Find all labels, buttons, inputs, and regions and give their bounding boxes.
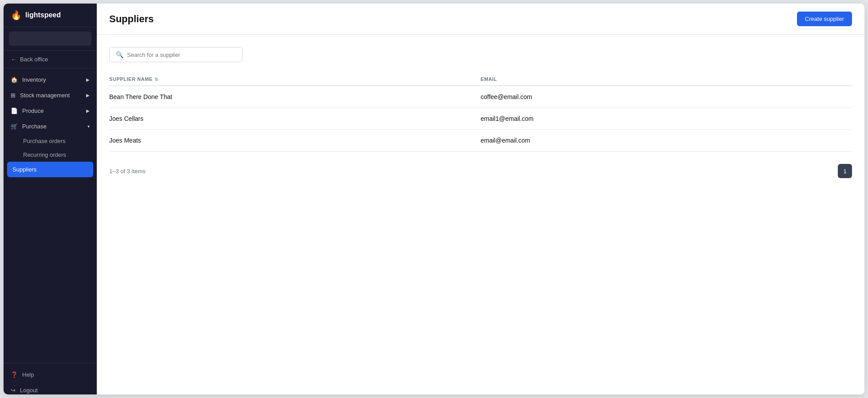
chevron-right-icon: ▶ — [86, 108, 90, 113]
app-inner: 🔥 lightspeed ← Back office 🏠 Inventory ▶ — [4, 4, 864, 394]
sidebar-search-area — [4, 27, 97, 51]
sidebar-item-produce[interactable]: 📄 Produce ▶ — [4, 103, 97, 119]
table-header: SUPPLIER NAME ⇅ EMAIL — [109, 76, 852, 86]
chevron-right-icon: ▶ — [86, 77, 90, 82]
sidebar-item-suppliers[interactable]: Suppliers — [7, 162, 93, 177]
table-footer: 1–3 of 3 items 1 — [109, 160, 852, 178]
sidebar-item-purchase[interactable]: 🛒 Purchase ▾ — [4, 119, 97, 134]
sidebar-item-label: Produce — [22, 107, 44, 114]
logout-label: Logout — [20, 387, 38, 394]
sidebar-item-inventory[interactable]: 🏠 Inventory ▶ — [4, 72, 97, 88]
main-header: Suppliers Create supplier — [97, 4, 864, 35]
items-count: 1–3 of 3 items — [109, 168, 146, 175]
cart-icon: 🛒 — [11, 123, 18, 130]
document-icon: 📄 — [11, 107, 18, 114]
sidebar-item-label: Purchase — [22, 123, 47, 130]
search-input[interactable] — [127, 52, 236, 58]
sidebar-item-recurring-orders[interactable]: Recurring orders — [4, 148, 97, 162]
chevron-down-icon: ▾ — [87, 124, 90, 129]
logo-icon: 🔥 — [11, 10, 22, 20]
help-label: Help — [22, 371, 34, 378]
table-row[interactable]: Joes Meats email@email.com — [109, 130, 852, 151]
back-office-label: Back office — [20, 56, 48, 63]
logout-button[interactable]: ↪ Logout — [4, 382, 97, 394]
col-supplier-name: SUPPLIER NAME ⇅ — [109, 76, 481, 82]
supplier-email-cell: email@email.com — [481, 137, 852, 144]
page-title: Suppliers — [109, 13, 154, 25]
search-icon: 🔍 — [116, 51, 123, 58]
search-bar[interactable]: 🔍 — [109, 47, 242, 62]
main-panel: Suppliers Create supplier 🔍 SUPPLIER NAM… — [97, 4, 864, 394]
sidebar-item-label: Stock management — [20, 92, 70, 99]
sidebar-item-purchase-orders[interactable]: Purchase orders — [4, 134, 97, 148]
supplier-email-cell: coffee@email.com — [481, 93, 852, 100]
supplier-name-cell: Joes Cellars — [109, 115, 481, 122]
circle-question-icon: ❓ — [11, 371, 18, 378]
supplier-name-cell: Bean There Done That — [109, 93, 481, 100]
sidebar: 🔥 lightspeed ← Back office 🏠 Inventory ▶ — [4, 4, 97, 394]
suppliers-label: Suppliers — [12, 166, 36, 173]
purchase-orders-label: Purchase orders — [23, 138, 65, 144]
app-wrapper: 🔥 lightspeed ← Back office 🏠 Inventory ▶ — [0, 0, 868, 398]
table-row[interactable]: Joes Cellars email1@email.com — [109, 108, 852, 130]
sidebar-footer: ❓ Help ↪ Logout — [4, 363, 97, 394]
back-office-button[interactable]: ← Back office — [4, 51, 97, 68]
help-button[interactable]: ❓ Help — [4, 367, 97, 382]
logo[interactable]: 🔥 lightspeed — [4, 4, 97, 27]
supplier-name-cell: Joes Meats — [109, 137, 481, 144]
home-icon: 🏠 — [11, 76, 18, 83]
sidebar-nav: 🏠 Inventory ▶ ⊞ Stock management ▶ 📄 Pro… — [4, 68, 97, 363]
recurring-orders-label: Recurring orders — [23, 151, 66, 158]
sort-icon[interactable]: ⇅ — [155, 77, 159, 82]
supplier-email-cell: email1@email.com — [481, 115, 852, 122]
main-content: 🔍 SUPPLIER NAME ⇅ EMAIL — [97, 35, 864, 394]
page-1-button[interactable]: 1 — [838, 164, 852, 178]
col-email: EMAIL — [481, 76, 852, 82]
sidebar-search-box — [9, 32, 91, 46]
table-row[interactable]: Bean There Done That coffee@email.com — [109, 86, 852, 108]
grid-icon: ⊞ — [11, 92, 16, 99]
sidebar-item-stock-management[interactable]: ⊞ Stock management ▶ — [4, 88, 97, 103]
suppliers-table: SUPPLIER NAME ⇅ EMAIL Bean There Done Th… — [109, 76, 852, 178]
chevron-right-icon: ▶ — [86, 93, 90, 98]
sidebar-item-label: Inventory — [22, 76, 46, 83]
back-arrow-icon: ← — [11, 56, 16, 63]
create-supplier-button[interactable]: Create supplier — [797, 12, 852, 26]
logo-text: lightspeed — [25, 11, 61, 19]
logout-icon: ↪ — [11, 387, 16, 394]
pagination: 1 — [838, 164, 852, 178]
